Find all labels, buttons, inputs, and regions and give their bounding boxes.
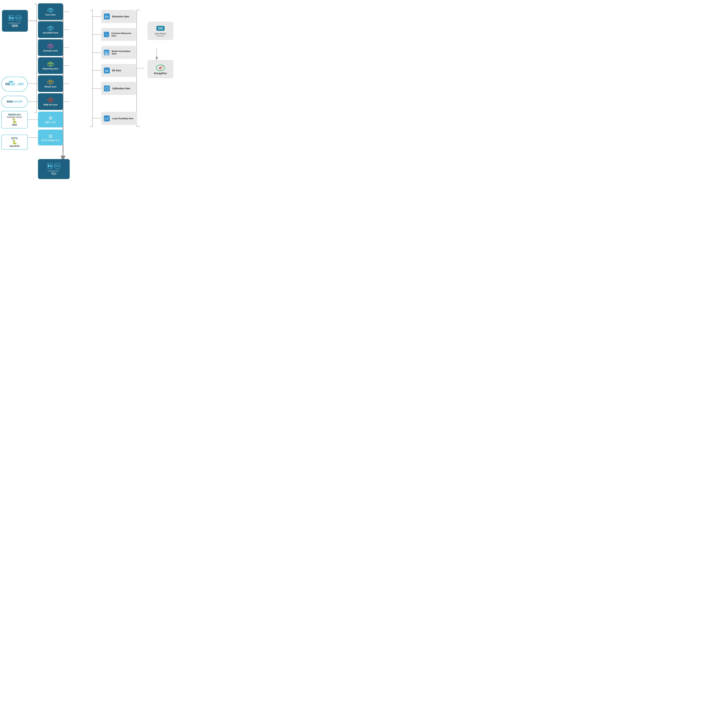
rnmus-gem-label: RNM-US Gem: [43, 103, 58, 106]
reopt-gem-box: REopt Gem: [38, 75, 63, 92]
gem-icon-rnmus: [47, 97, 54, 103]
ee-gem-box: EE EE Gem: [101, 64, 136, 77]
des-label: DES: [3, 123, 26, 126]
energyplus-label: EnergyPlus: [154, 72, 167, 75]
gem-icon-reporting: [47, 61, 54, 67]
geojson-gem-box: GeoJSON Gem: [38, 21, 63, 38]
scenario-gem-label: Scenario Gem: [43, 49, 58, 52]
urbanopt-sdk-icon: [8, 14, 22, 22]
ditto-box: DiTTo 🐍 OpenDSS: [1, 134, 28, 150]
openstudio-box: OS OpenStudio (release): [148, 22, 173, 40]
gem-icon-reopt: [47, 79, 54, 85]
gem-icon-core: [47, 7, 54, 13]
python-icon-ditto: 🐍: [3, 140, 26, 145]
extension-gem-box: Ex Extension Gem: [101, 10, 136, 23]
gem-icon-scenario: [47, 43, 54, 49]
reopt-text: REopt - API: [5, 82, 23, 86]
svg-text:OS: OS: [158, 26, 163, 30]
common-measures-gem-box: 🔧 Common Measures Gem: [101, 28, 136, 41]
extension-gem-label: Extension Gem: [112, 15, 129, 18]
scenario-gem-box: Scenario Gem: [38, 39, 63, 56]
rnm-text: RNM-US API: [7, 100, 23, 103]
urbanopt-cli-icon: [47, 163, 61, 170]
svg-text:🔧: 🔧: [104, 32, 109, 36]
core-gem-label: Core Gem: [45, 13, 56, 16]
python-icon-modelica: 🐍: [3, 118, 26, 123]
rnm-api-box: RNM-US API: [1, 96, 28, 108]
gear-icon-ditto: ⚙: [49, 134, 53, 139]
modelica-title: MODELICA: [3, 113, 26, 116]
common-measures-label: Common Measures Gem: [111, 32, 134, 37]
svg-rect-60: [107, 53, 108, 55]
gear-icon-des: ⚙: [49, 116, 53, 121]
energyplus-icon: e +: [155, 64, 165, 72]
core-gem-box: Core Gem: [38, 3, 63, 20]
svg-text:EE: EE: [105, 69, 109, 72]
svg-rect-69: [104, 116, 110, 121]
openstudio-sublabel: (release): [157, 35, 164, 37]
svg-text:e: e: [159, 65, 162, 70]
model-articulation-label: Model Articulation Gem: [111, 50, 134, 55]
sdk-label: SDK: [12, 24, 18, 27]
svg-point-32: [16, 17, 18, 19]
load-flexibility-gem-box: Load Flexibility Gem: [101, 112, 137, 125]
lite-badge: Lite: [9, 81, 13, 83]
reporting-gem-label: Reporting Gem: [43, 68, 58, 70]
svg-rect-59: [106, 52, 107, 55]
openstudio-label: OpenStudio: [155, 32, 166, 35]
ee-gem-label: EE Gem: [112, 69, 121, 72]
reopt-gem-label: REopt Gem: [45, 85, 56, 88]
reopt-api-box: Lite REopt - API: [1, 77, 28, 92]
svg-rect-63: [104, 85, 110, 91]
openstudio-icon: OS: [155, 25, 165, 32]
buildings-lib-label: Buildings Library: [3, 116, 26, 118]
urbanopt-cli-brand: URBANOPT: [48, 170, 60, 172]
des-cli-label: DES - CLI: [45, 121, 56, 124]
cli-bottom-label: CLI: [52, 172, 56, 175]
rnmus-gem-box: RNM-US Gem: [38, 93, 63, 110]
calibration-gem-box: Calibration Gem: [101, 82, 136, 95]
urbanopt-sdk-box: URBANOPT SDK: [2, 10, 28, 32]
ditto-reader-cli-box: ⚙ DiTTo-Reader CLI: [38, 130, 63, 145]
opendss-label: OpenDSS: [3, 145, 26, 147]
extension-gem-icon: Ex: [103, 13, 110, 20]
model-articulation-gem-box: Model Articulation Gem: [101, 46, 136, 59]
svg-point-80: [57, 165, 59, 167]
svg-rect-30: [11, 17, 13, 19]
svg-rect-29: [9, 16, 10, 19]
reporting-gem-box: Reporting Gem: [38, 57, 63, 74]
energyplus-box: e + EnergyPlus: [148, 60, 173, 78]
urbanopt-label: URBANOPT: [9, 22, 21, 24]
calibration-gem-label: Calibration Gem: [112, 87, 130, 90]
common-measures-icon: 🔧: [103, 31, 110, 38]
geojson-gem-label: GeoJSON Gem: [43, 32, 58, 34]
urbanopt-cli-box: URBANOPT CLI: [38, 159, 69, 179]
modelica-box: MODELICA Buildings Library 🐍 DES: [1, 111, 28, 129]
ee-gem-icon: EE: [103, 67, 110, 74]
svg-text:Ex: Ex: [105, 15, 109, 18]
svg-text:+: +: [162, 65, 163, 68]
svg-rect-77: [50, 165, 52, 167]
svg-rect-76: [48, 165, 49, 167]
des-cli-box: ⚙ DES - CLI: [38, 111, 63, 127]
calibration-gem-icon: [103, 85, 110, 92]
load-flexibility-gem-icon: [103, 115, 110, 122]
svg-point-33: [19, 17, 20, 19]
ditto-title: DiTTo: [3, 137, 26, 140]
load-flexibility-label: Load Flexibility Gem: [112, 117, 133, 120]
svg-point-79: [55, 165, 57, 167]
ditto-cli-label: DiTTo-Reader CLI: [42, 139, 60, 142]
gem-icon-geojson: [47, 26, 54, 31]
model-articulation-icon: [103, 49, 110, 56]
